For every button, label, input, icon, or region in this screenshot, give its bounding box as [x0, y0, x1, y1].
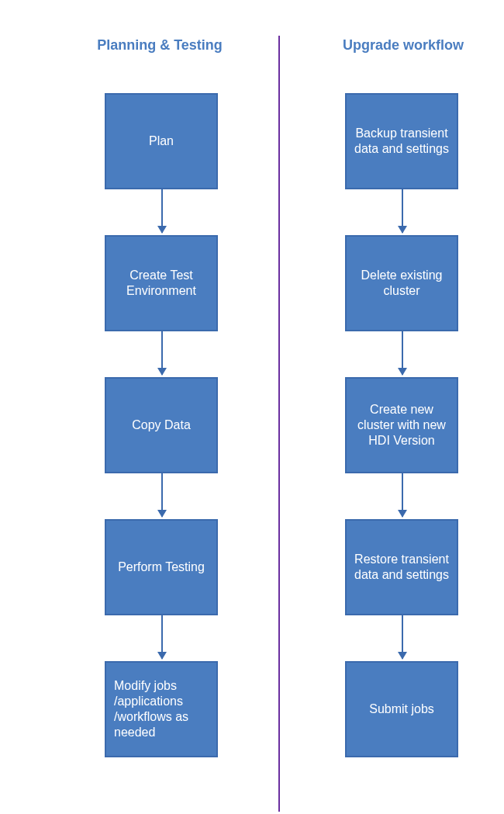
arrow-left-3	[161, 473, 163, 517]
step-plan: Plan	[105, 93, 218, 189]
step-label: Create new cluster with new HDI Version	[354, 402, 449, 449]
step-create-new-cluster: Create new cluster with new HDI Version	[345, 377, 458, 473]
arrow-left-4	[161, 615, 163, 659]
step-create-test-env: Create Test Environment	[105, 235, 218, 331]
step-label: Submit jobs	[369, 701, 434, 717]
step-delete-cluster: Delete existing cluster	[345, 235, 458, 331]
left-column-title: Planning & Testing	[59, 37, 261, 54]
step-label: Delete existing cluster	[354, 268, 449, 299]
step-label: Modify jobs /applications /workflows as …	[114, 678, 209, 740]
arrow-left-1	[161, 189, 163, 233]
step-label: Copy Data	[132, 417, 191, 433]
step-perform-testing: Perform Testing	[105, 519, 218, 615]
step-submit-jobs: Submit jobs	[345, 661, 458, 757]
step-label: Restore transient data and settings	[354, 552, 449, 583]
step-label: Plan	[149, 133, 174, 149]
flowchart-canvas: Planning & Testing Upgrade workflow Plan…	[0, 0, 504, 814]
step-label: Perform Testing	[118, 559, 205, 575]
step-backup: Backup transient data and settings	[345, 93, 458, 189]
step-label: Create Test Environment	[114, 268, 209, 299]
arrow-left-2	[161, 331, 163, 375]
step-restore: Restore transient data and settings	[345, 519, 458, 615]
step-modify-jobs: Modify jobs /applications /workflows as …	[105, 661, 218, 757]
arrow-right-4	[402, 615, 403, 659]
step-copy-data: Copy Data	[105, 377, 218, 473]
arrow-right-3	[402, 473, 403, 517]
arrow-right-1	[402, 189, 403, 233]
arrow-right-2	[402, 331, 403, 375]
step-label: Backup transient data and settings	[354, 126, 449, 157]
column-divider	[278, 36, 280, 812]
right-column-title: Upgrade workflow	[302, 37, 504, 54]
